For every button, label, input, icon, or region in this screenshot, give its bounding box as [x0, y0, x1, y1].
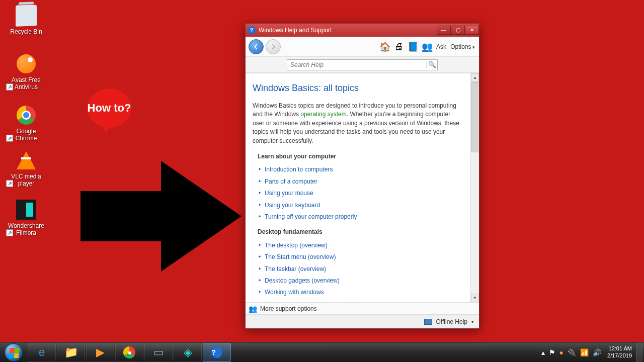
taskbar: e 📁 ▶ ▭ ◈ ? ▴ ⚑ ● 🔌 📶 🔊 12:01 AM 2/17/20…: [0, 342, 644, 362]
offline-help-bar[interactable]: Offline Help: [246, 314, 479, 328]
chrome-icon: [123, 346, 135, 358]
shortcut-overlay-icon: ↗: [6, 135, 13, 142]
help-link[interactable]: Using menus, buttons, bars, and boxes: [265, 299, 463, 302]
annotation-arrow: [80, 161, 242, 272]
home-button[interactable]: 🏠: [379, 41, 391, 53]
desktop-icon-vlc[interactable]: ↗ VLC media player: [6, 150, 46, 187]
help-link[interactable]: The desktop (overview): [265, 240, 463, 251]
help-link[interactable]: Working with windows: [265, 287, 463, 298]
tray-date: 2/17/2019: [607, 352, 632, 359]
operating-system-link[interactable]: operating system: [300, 111, 346, 118]
window-title: Windows Help and Support: [259, 27, 332, 34]
tray-time: 12:01 AM: [607, 345, 632, 352]
tray-show-hidden[interactable]: ▴: [539, 348, 547, 356]
play-icon: ▶: [96, 346, 105, 359]
taskbar-ie[interactable]: e: [28, 343, 56, 362]
ie-icon: e: [39, 346, 45, 359]
tray-flag-icon[interactable]: ⚑: [547, 348, 557, 356]
help-link[interactable]: Using your keyboard: [265, 200, 463, 211]
arrow-right-icon: [270, 43, 277, 50]
tray-power-icon[interactable]: 🔌: [566, 348, 578, 356]
taskbar-help[interactable]: ?: [203, 343, 231, 362]
search-icon: 🔍: [428, 61, 436, 68]
window-icon: ▭: [153, 346, 164, 359]
bubble-text: How to?: [88, 102, 131, 114]
taskbar-chrome[interactable]: [115, 343, 143, 362]
back-button[interactable]: [249, 39, 264, 54]
taskbar-filmora[interactable]: ◈: [174, 343, 202, 362]
people-icon: 👥: [249, 305, 257, 313]
shortcut-overlay-icon: ↗: [6, 83, 13, 90]
show-desktop-button[interactable]: [636, 342, 643, 363]
svg-marker-0: [80, 161, 242, 272]
help-link[interactable]: Using your mouse: [265, 188, 463, 199]
more-support-bar[interactable]: 👥 More support options: [246, 302, 479, 314]
section-heading: Desktop fundamentals: [258, 228, 463, 236]
maximize-button[interactable]: ▢: [451, 26, 465, 35]
page-title: Windows Basics: all topics: [253, 81, 463, 95]
taskbar-explorer[interactable]: 📁: [57, 343, 85, 362]
start-button[interactable]: [0, 342, 27, 363]
searchbar: 🔍: [246, 57, 479, 73]
ask-link[interactable]: Ask: [435, 43, 447, 50]
chrome-icon: [16, 105, 37, 126]
system-tray: ▴ ⚑ ● 🔌 📶 🔊 12:01 AM 2/17/2019: [539, 342, 644, 362]
shortcut-overlay-icon: ↗: [6, 180, 13, 187]
taskbar-app[interactable]: ▭: [144, 343, 173, 362]
ask-icon-button[interactable]: 👥: [421, 41, 433, 53]
taskbar-media-player[interactable]: ▶: [86, 343, 114, 362]
avast-icon: [16, 53, 37, 74]
desktop-icon-filmora[interactable]: ↗ Wondershare Filmora: [6, 199, 46, 236]
filmora-icon: ◈: [184, 346, 192, 359]
desktop-icon-label: Recycle Bin: [6, 28, 46, 35]
scroll-track[interactable]: [471, 82, 479, 294]
search-box: 🔍: [287, 59, 438, 70]
desktop-icon-avast[interactable]: ↗ Avast Free Antivirus: [6, 53, 46, 90]
help-icon: ?: [248, 26, 256, 34]
help-link[interactable]: Turning off your computer properly: [265, 211, 463, 223]
tray-clock[interactable]: 12:01 AM 2/17/2019: [603, 345, 636, 358]
browse-button[interactable]: 📘: [407, 41, 419, 53]
tray-network-icon[interactable]: 📶: [578, 348, 591, 356]
arrow-left-icon: [253, 43, 260, 50]
help-link[interactable]: The taskbar (overview): [265, 263, 463, 275]
help-link[interactable]: Desktop gadgets (overview): [265, 275, 463, 287]
scroll-up-button[interactable]: ▲: [471, 73, 479, 82]
monitor-icon: [424, 319, 432, 325]
book-icon: 📘: [408, 41, 419, 52]
help-icon: ?: [211, 347, 222, 358]
tray-avast-icon[interactable]: ●: [557, 348, 566, 356]
offline-help-label: Offline Help: [436, 318, 467, 325]
print-button[interactable]: 🖨: [393, 41, 405, 53]
minimize-button[interactable]: —: [437, 26, 451, 35]
help-support-window: ? Windows Help and Support — ▢ ✕ 🏠 🖨 📘 👥…: [245, 23, 479, 329]
print-icon: 🖨: [394, 41, 404, 52]
filmora-icon: [16, 199, 37, 220]
toolbar: 🏠 🖨 📘 👥 Ask Options: [246, 37, 479, 57]
vlc-icon: [16, 150, 37, 171]
help-link[interactable]: Introduction to computers: [265, 164, 463, 175]
titlebar[interactable]: ? Windows Help and Support — ▢ ✕: [246, 24, 479, 37]
scroll-thumb[interactable]: [471, 82, 478, 152]
desktop-icon-recycle-bin[interactable]: Recycle Bin: [6, 5, 46, 35]
people-icon: 👥: [422, 41, 433, 52]
home-icon: 🏠: [379, 41, 390, 52]
desktop-icon-chrome[interactable]: ↗ Google Chrome: [6, 105, 46, 142]
windows-orb-icon: [5, 343, 23, 361]
how-to-bubble: How to?: [87, 88, 131, 128]
help-link[interactable]: The Start menu (overview): [265, 251, 463, 263]
tray-volume-icon[interactable]: 🔊: [591, 348, 603, 356]
search-input[interactable]: [287, 61, 426, 68]
intro-paragraph: Windows Basics topics are designed to in…: [253, 102, 463, 145]
help-link[interactable]: Parts of a computer: [265, 176, 463, 188]
search-button[interactable]: 🔍: [426, 61, 437, 68]
section-heading: Learn about your computer: [258, 152, 463, 161]
close-button[interactable]: ✕: [465, 26, 479, 35]
forward-button[interactable]: [266, 39, 281, 54]
help-content: Windows Basics: all topics Windows Basic…: [246, 73, 470, 302]
more-support-label: More support options: [260, 305, 317, 312]
scroll-down-button[interactable]: ▼: [471, 294, 479, 302]
shortcut-overlay-icon: ↗: [6, 229, 13, 236]
scrollbar: ▲ ▼: [470, 73, 479, 302]
options-menu[interactable]: Options: [449, 43, 476, 50]
